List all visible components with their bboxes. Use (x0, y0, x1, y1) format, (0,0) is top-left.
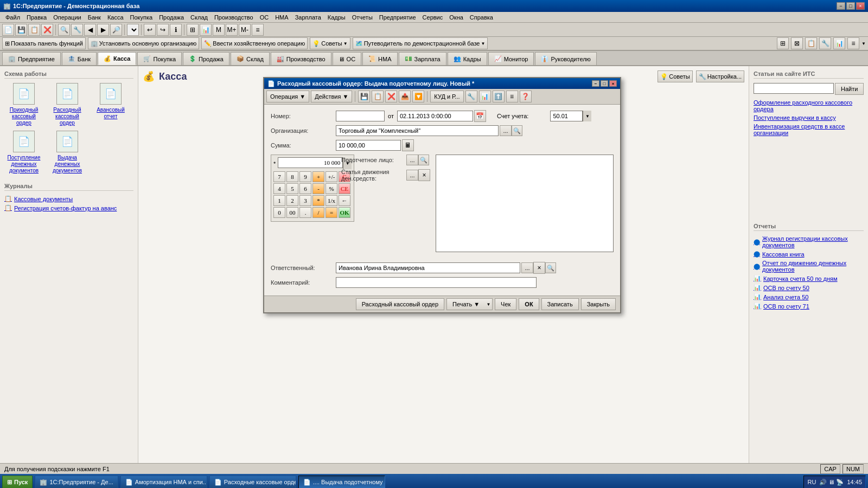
tb-extra[interactable]: ≡ (252, 24, 264, 36)
close-button[interactable]: × (856, 2, 865, 10)
menu-windows[interactable]: Окна (446, 13, 467, 22)
calc-display[interactable] (278, 157, 343, 168)
notes-textarea[interactable] (436, 155, 614, 252)
modal-kud-btn[interactable]: КУД и Р... (430, 91, 463, 102)
tab-director[interactable]: 👔 Руководителю (535, 52, 596, 65)
menu-reports[interactable]: Отчеты (349, 13, 376, 22)
report-5[interactable]: 📊 ОСВ по счету 50 (754, 284, 864, 291)
statya-clear[interactable]: × (418, 169, 430, 181)
calc-1[interactable]: 1 (273, 195, 285, 206)
otvetstvenny-dots[interactable]: ... (521, 262, 533, 273)
menu-help[interactable]: Справка (467, 13, 496, 22)
report-1[interactable]: ⬤ Журнал регистрации кассовых документов (754, 235, 864, 248)
modal-minimize[interactable]: − (592, 80, 599, 87)
tb-new[interactable]: 📄 (2, 24, 14, 36)
menu-nma[interactable]: НМА (272, 13, 291, 22)
calc-3[interactable]: 3 (299, 195, 311, 206)
tb-find[interactable]: 🔍 (58, 24, 70, 36)
icon-rashodny[interactable]: 📄 Расходный кассовый ордер (48, 83, 87, 126)
calc-mul[interactable]: * (312, 195, 324, 206)
report-3[interactable]: ⬤ Отчет по движению денежных документов (754, 260, 864, 273)
tab-warehouse[interactable]: 📦 Склад (231, 52, 270, 65)
menu-edit[interactable]: Правка (23, 13, 50, 22)
icon-vydacha[interactable]: 📄 Выдача денежных документов (48, 131, 87, 174)
tb-info[interactable]: ℹ (170, 24, 182, 36)
tab-production[interactable]: 🏭 Производство (271, 52, 331, 65)
its-search-btn[interactable]: Найти (835, 83, 864, 95)
tb-m-minus[interactable]: M+ (226, 24, 238, 36)
check-btn[interactable]: Чек (495, 298, 516, 310)
menu-purchase[interactable]: Покупка (127, 13, 156, 22)
minimize-button[interactable]: − (837, 2, 845, 10)
tb-right4[interactable]: 🔧 (819, 37, 831, 49)
modal-export-icon[interactable]: 📤 (399, 91, 411, 102)
calc-plus[interactable]: + (312, 171, 324, 182)
menu-kadry[interactable]: Кадры (324, 13, 349, 22)
calc-8[interactable]: 8 (286, 171, 298, 182)
its-search-input[interactable] (754, 83, 834, 94)
zapisat-btn[interactable]: Записать (541, 298, 579, 310)
nastroyka-btn[interactable]: 🔧 Настройка... (696, 70, 744, 82)
calc-plusminus[interactable]: +/- (326, 171, 337, 182)
calc-div[interactable]: / (312, 207, 324, 218)
tb-right6[interactable]: ≡ (847, 37, 859, 49)
calc-eq[interactable]: = (326, 207, 337, 218)
menu-bank[interactable]: Банк (85, 13, 104, 22)
tab-monitor[interactable]: 📈 Монитор (488, 52, 534, 65)
calc-2[interactable]: 2 (286, 195, 298, 206)
modal-copy-icon[interactable]: 📋 (372, 91, 384, 102)
guide-btn[interactable]: 🗺️ Путеводитель по демонстрационной базе… (353, 37, 488, 49)
start-button[interactable]: ⊞ Пуск (2, 476, 33, 488)
org-dots-btn[interactable]: ... (500, 125, 512, 136)
link-scheta-faktura[interactable]: 📋 Регистрация счетов-фактур на аванс (4, 204, 133, 211)
modal-more-icon[interactable]: 🔽 (412, 91, 424, 102)
modal-action-btn[interactable]: Действия ▼ (311, 91, 352, 102)
tab-nma[interactable]: 📜 НМА (362, 52, 397, 65)
icon-prihodny[interactable]: 📄 Приходный кассовый ордер (4, 83, 43, 126)
enter-op-btn[interactable]: ✏️ Ввести хозяйственную операцию (201, 37, 308, 49)
calc-back[interactable]: ← (339, 195, 350, 206)
menu-enterprise[interactable]: Предприятие (376, 13, 419, 22)
calc-5[interactable]: 5 (286, 183, 298, 194)
org-input[interactable] (336, 125, 499, 136)
menu-salary[interactable]: Зарплата (292, 13, 324, 22)
sum-calc-icon[interactable]: 🖩 (402, 139, 414, 151)
menu-warehouse[interactable]: Склад (187, 13, 211, 22)
tb-table2[interactable]: 📊 (200, 24, 212, 36)
otvetstvenny-input[interactable] (336, 262, 520, 273)
tb-m-plus[interactable]: M (213, 24, 225, 36)
set-org-btn[interactable]: 🏢 Установить основную организацию (88, 37, 200, 49)
modal-settings-icon[interactable]: 🔧 (465, 91, 477, 102)
icon-postuplenie[interactable]: 📄 Поступление денежных документов (4, 131, 43, 174)
modal-list-icon[interactable]: ≡ (506, 91, 518, 102)
zakryt-btn[interactable]: Закрыть (581, 298, 616, 310)
modal-operation-btn[interactable]: Операция ▼ (266, 91, 309, 102)
print-arrow[interactable]: ▼ (485, 298, 493, 310)
sovetyi-btn[interactable]: 💡 Советы (658, 70, 692, 82)
tab-kadry[interactable]: 👥 Кадры (448, 52, 487, 65)
date-input[interactable] (397, 111, 473, 121)
modal-close[interactable]: × (609, 80, 617, 87)
tab-bank[interactable]: 🏦 Банк (62, 52, 97, 65)
tab-salary[interactable]: 💵 Зарплата (399, 52, 446, 65)
tab-sale[interactable]: 💲 Продажа (183, 52, 229, 65)
tb-delete[interactable]: ❌ (41, 24, 53, 36)
taskbar-item-rashodny[interactable]: 📄 Расходные кассовые ордера (209, 476, 296, 488)
menu-service[interactable]: Сервис (419, 13, 446, 22)
calc-ok[interactable]: OK (339, 207, 350, 218)
tb-right5[interactable]: 📊 (833, 37, 845, 49)
otvetstvenny-search[interactable]: 🔍 (545, 262, 556, 273)
tab-os[interactable]: 🖥 ОС (333, 52, 362, 65)
calc-dot[interactable]: . (299, 207, 311, 218)
calc-ce[interactable]: CE (339, 183, 350, 194)
calc-0[interactable]: 0 (273, 207, 285, 218)
modal-maximize[interactable]: □ (601, 80, 608, 87)
podotchetnoe-dots[interactable]: ... (406, 155, 418, 165)
show-panel-btn[interactable]: ⊞ Показать панель функций (2, 37, 86, 49)
rashodny-order-btn[interactable]: Расходный кассовый ордер (356, 298, 444, 310)
tb-right2[interactable]: ⊠ (791, 37, 803, 49)
statya-dots[interactable]: ... (406, 170, 418, 181)
tb-right3[interactable]: 📋 (805, 37, 817, 49)
podotchetnoe-search[interactable]: 🔍 (418, 155, 429, 165)
calc-7[interactable]: 7 (273, 171, 285, 182)
